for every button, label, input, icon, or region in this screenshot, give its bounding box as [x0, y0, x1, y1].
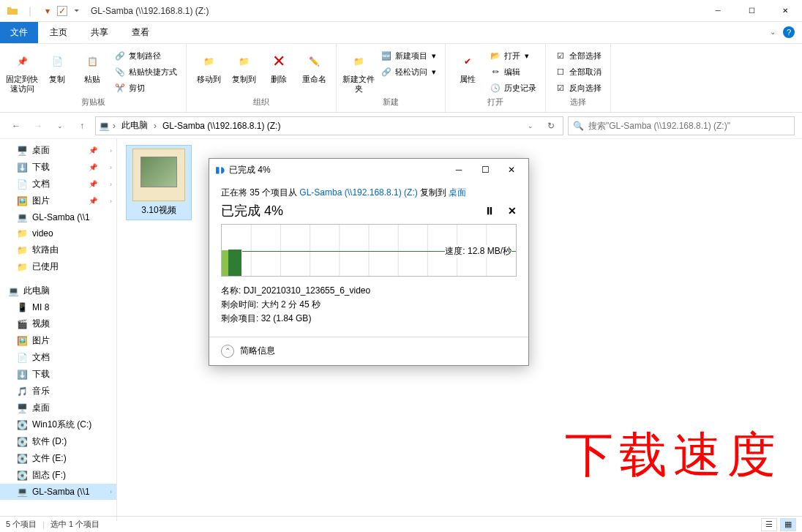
back-button[interactable]: ← — [7, 117, 25, 135]
file-tab[interactable]: 文件 — [0, 22, 38, 43]
sidebar-item[interactable]: 🖼️图片 — [0, 332, 116, 349]
history-button[interactable]: 🕓历史记录 — [487, 80, 539, 95]
brief-info-label[interactable]: 简略信息 — [240, 345, 275, 357]
tab-home[interactable]: 主页 — [38, 22, 79, 43]
help-icon[interactable]: ? — [783, 26, 795, 38]
dialog-close-button[interactable]: ✕ — [501, 162, 522, 178]
sidebar-item-label: 文档 — [32, 178, 50, 190]
copyto-button[interactable]: 📁复制到 — [228, 47, 260, 84]
dialog-title: 已完成 4% — [229, 164, 443, 176]
pasteshortcut-button[interactable]: 📎粘贴快捷方式 — [111, 64, 180, 79]
selectnone-button[interactable]: ☐全部取消 — [552, 64, 604, 79]
easyaccess-button[interactable]: 🔗轻松访问▾ — [378, 64, 439, 79]
dialog-maximize-button[interactable]: ☐ — [474, 162, 496, 178]
download-icon: ⬇️ — [16, 369, 28, 381]
selectall-button[interactable]: ☑全部选择 — [552, 48, 604, 63]
shortcut-icon: 📎 — [114, 66, 126, 78]
chevron-right-icon: › — [110, 181, 112, 188]
sidebar-item[interactable]: 💽软件 (D:) — [0, 433, 116, 450]
details-view-button[interactable]: ☰ — [761, 518, 777, 531]
doc-icon: 📄 — [16, 179, 28, 190]
cancel-button[interactable]: ✕ — [508, 205, 517, 217]
maximize-button[interactable]: ☐ — [735, 0, 768, 22]
search-box[interactable]: 🔍 — [568, 116, 795, 135]
sidebar-item[interactable]: 💻GL-Samba (\\1 — [0, 209, 116, 225]
desktop-icon: 🖥️ — [16, 145, 28, 157]
ribbon-expand-icon[interactable]: ⌄ — [770, 28, 776, 36]
pic-icon: 🖼️ — [16, 195, 28, 207]
cut-button[interactable]: ✂️剪切 — [111, 80, 180, 95]
sidebar-item-label: 下载 — [32, 368, 50, 381]
sidebar-item[interactable]: 💻此电脑 — [0, 282, 116, 299]
dropdown-icon[interactable]: ▾ — [40, 3, 56, 19]
invertsel-button[interactable]: ☑反向选择 — [552, 80, 604, 95]
sidebar-item[interactable]: 💽固态 (F:) — [0, 467, 116, 484]
folder-icon — [4, 3, 20, 19]
sidebar-item[interactable]: 📁软路由 — [0, 241, 116, 258]
sidebar-item[interactable]: 📄文档📌› — [0, 176, 116, 192]
rename-button[interactable]: ✏️重命名 — [298, 47, 330, 84]
up-button[interactable]: ↑ — [73, 117, 91, 135]
sidebar-item[interactable]: 📱MI 8 — [0, 299, 116, 315]
collapse-details-button[interactable]: ⌃ — [221, 345, 234, 358]
sidebar-item[interactable]: ⬇️下载📌› — [0, 159, 116, 176]
forward-button[interactable]: → — [29, 117, 47, 135]
sidebar-item-label: MI 8 — [32, 302, 49, 312]
sidebar-item[interactable]: 📁已使用 — [0, 258, 116, 275]
sidebar-item[interactable]: 📄文档 — [0, 349, 116, 366]
sidebar-item[interactable]: 🖥️桌面📌› — [0, 142, 116, 159]
icons-view-button[interactable]: ▦ — [780, 518, 796, 531]
pin-icon: 📌 — [89, 197, 97, 205]
sidebar-item-label: 已使用 — [32, 261, 59, 273]
open-button[interactable]: 📂打开▾ — [487, 48, 539, 63]
sidebar-item[interactable]: 💻GL-Samba (\\1› — [0, 484, 116, 500]
sidebar-item[interactable]: 💽Win10系统 (C:) — [0, 416, 116, 433]
pin-icon: 📌 — [89, 146, 97, 154]
close-button[interactable]: ✕ — [768, 0, 802, 22]
sidebar-item[interactable]: 🖥️桌面 — [0, 400, 116, 416]
minimize-button[interactable]: ─ — [701, 0, 735, 22]
sidebar-item[interactable]: 🎬视频 — [0, 315, 116, 332]
addr-dropdown[interactable]: ⌄ — [522, 117, 539, 135]
sidebar[interactable]: 🖥️桌面📌›⬇️下载📌›📄文档📌›🖼️图片📌›💻GL-Samba (\\1📁vi… — [0, 139, 117, 521]
edit-button[interactable]: ✏编辑 — [487, 64, 539, 79]
pin-button[interactable]: 📌固定到快速访问 — [6, 47, 38, 94]
sidebar-item[interactable]: ⬇️下载 — [0, 366, 116, 383]
checkbox-icon[interactable]: ✓ — [57, 6, 67, 16]
pause-button[interactable]: ⏸ — [484, 205, 495, 217]
sidebar-item-label: 软件 (D:) — [32, 435, 67, 448]
qat-overflow[interactable]: ⏷ — [69, 3, 85, 19]
sidebar-item[interactable]: 📁video — [0, 225, 116, 241]
clipboard-group-label: 剪贴板 — [81, 97, 105, 109]
edit-icon: ✏ — [490, 66, 501, 78]
copy-details: 名称: DJI_20210310_123655_6_video 剩余时间: 大约… — [221, 284, 517, 326]
address-box[interactable]: 💻 › 此电脑 › GL-Samba (\\192.168.8.1) (Z:) … — [95, 116, 563, 135]
tab-view[interactable]: 查看 — [120, 22, 161, 43]
search-input[interactable] — [588, 121, 790, 131]
sidebar-item[interactable]: 🎵音乐 — [0, 383, 116, 400]
refresh-button[interactable]: ↻ — [542, 117, 560, 135]
rename-icon: ✏️ — [302, 50, 326, 73]
sidebar-item[interactable]: 🖼️图片📌› — [0, 192, 116, 209]
dest-link[interactable]: 桌面 — [449, 187, 466, 198]
moveto-button[interactable]: 📁移动到 — [192, 47, 225, 84]
properties-button[interactable]: ✔属性 — [451, 47, 484, 84]
crumb-location[interactable]: GL-Samba (\\192.168.8.1) (Z:) — [160, 121, 283, 131]
delete-button[interactable]: ✕删除 — [263, 47, 295, 84]
folder-icon: 📁 — [16, 244, 28, 256]
newfolder-icon: 📁 — [347, 50, 370, 73]
sidebar-item[interactable]: 💽文件 (E:) — [0, 450, 116, 467]
dialog-minimize-button[interactable]: ─ — [448, 162, 470, 178]
newfolder-button[interactable]: 📁新建文件夹 — [342, 47, 375, 94]
paste-button[interactable]: 📋粘贴 — [76, 47, 108, 84]
source-link[interactable]: GL-Samba (\\192.168.8.1) (Z:) — [299, 187, 417, 198]
copypath-button[interactable]: 🔗复制路径 — [111, 48, 180, 63]
tab-share[interactable]: 共享 — [79, 22, 120, 43]
crumb-root[interactable]: 此电脑 — [119, 119, 151, 132]
history-icon: 🕓 — [490, 82, 501, 94]
copy-button[interactable]: 📄复制 — [41, 47, 73, 84]
folder-item[interactable]: 3.10视频 — [126, 145, 192, 220]
search-icon: 🔍 — [573, 121, 584, 131]
newitem-button[interactable]: 🆕新建项目▾ — [378, 48, 439, 63]
recent-dropdown[interactable]: ⌄ — [51, 117, 69, 135]
